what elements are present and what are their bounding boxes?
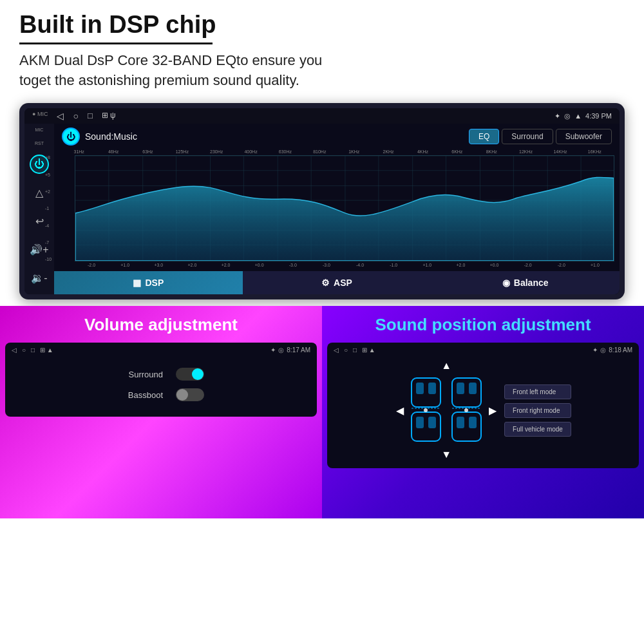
svg-rect-36 [457, 417, 464, 428]
vol-back-icon[interactable]: ◁ [12, 346, 17, 354]
svg-rect-31 [452, 378, 481, 407]
title-underline [19, 43, 213, 44]
dsp-power-btn[interactable]: ⏻ [62, 128, 80, 146]
bottom-panels: Volume adjustment ◁ ○ □ ⊞ ▲ ✦ ◎ 8:17 AM … [0, 306, 644, 518]
vol-bluetooth: ✦ [270, 346, 276, 354]
eq-db-labels: +8 +5 +2 -1 -4 -7 -10 [45, 155, 52, 261]
sound-position-content: ▲ ▼ ◀ ▶ [330, 355, 636, 466]
freq-16khz: 16KHz [578, 149, 612, 154]
snd-home-icon[interactable]: ○ [344, 346, 348, 354]
snd-back-icon[interactable]: ◁ [334, 346, 339, 354]
car-left-icon [408, 375, 444, 446]
volume-controls: Surround Bassboot [8, 355, 314, 414]
freq-400hz: 400Hz [234, 149, 268, 154]
sound-mini-status: ◁ ○ □ ⊞ ▲ ✦ ◎ 8:18 AM [330, 345, 636, 355]
freq-14khz: 14KHz [543, 149, 577, 154]
device-screen: ● MIC ◁ ○ □ ⊞ ψ ✦ ◎ ▲ 4:39 PM MIC RST ⏻ … [24, 108, 620, 294]
volume-panel-title: Volume adjustment [0, 306, 322, 340]
asp-button[interactable]: ⚙ ASP [243, 271, 431, 294]
snd-square-icon[interactable]: □ [353, 346, 357, 354]
dsp-bottom-buttons: ▦ DSP ⚙ ASP ◉ Balance [54, 271, 620, 294]
snd-location: ◎ [600, 346, 606, 354]
status-time: 4:39 PM [585, 112, 612, 120]
snd-bluetooth: ✦ [592, 346, 598, 354]
status-bar: ● MIC ◁ ○ □ ⊞ ψ ✦ ◎ ▲ 4:39 PM [24, 108, 620, 124]
location-icon: ◎ [564, 112, 571, 120]
snd-extra-icon: ⊞ ▲ [362, 346, 375, 354]
nav-back[interactable]: ◁ [57, 111, 64, 121]
asp-icon: ⚙ [321, 278, 330, 288]
volume-down-icon[interactable]: 🔉- [30, 268, 49, 287]
svg-rect-37 [469, 417, 477, 428]
svg-rect-27 [412, 412, 440, 441]
freq-6khz: 6KHz [440, 149, 474, 154]
freq-31hz: 31Hz [62, 149, 96, 154]
surround-toggle-row: Surround [18, 368, 304, 381]
front-left-mode-button[interactable]: Front left mode [504, 384, 571, 399]
surround-toggle[interactable] [176, 368, 204, 381]
tab-eq[interactable]: EQ [469, 129, 499, 144]
snd-time: 8:18 AM [609, 346, 632, 354]
svg-rect-24 [416, 383, 424, 394]
balance-button[interactable]: ◉ Balance [431, 271, 620, 294]
cars-container [408, 375, 484, 446]
vol-home-icon[interactable]: ○ [22, 346, 26, 354]
status-left: ● MIC ◁ ○ □ ⊞ ψ [32, 111, 116, 121]
balance-label: Balance [514, 278, 549, 288]
bassboot-toggle-row: Bassboot [18, 388, 304, 401]
mic-label: ● MIC [32, 111, 48, 121]
sound-mini-device: ◁ ○ □ ⊞ ▲ ✦ ◎ 8:18 AM ▲ ▼ ◀ ▶ [327, 343, 639, 468]
nav-extra[interactable]: ⊞ ψ [102, 111, 116, 121]
bassboot-label: Bassboot [118, 390, 163, 400]
nav-square[interactable]: □ [88, 111, 93, 121]
svg-rect-23 [412, 378, 440, 407]
eq-freq-labels: 31Hz 46Hz 63Hz 125Hz 230Hz 400Hz 630Hz 8… [59, 149, 614, 154]
front-right-mode-button[interactable]: Front right mode [504, 403, 571, 418]
dsp-content: ⏻ Sound:Music EQ Surround Subwoofer 31Hz… [54, 124, 620, 294]
sound-label: ⏻ Sound:Music [62, 128, 137, 146]
dsp-label: DSP [145, 278, 164, 288]
mic-sidebar-label: MIC [35, 128, 44, 132]
full-vehicle-mode-button[interactable]: Full vehicle mode [504, 422, 571, 437]
svg-rect-28 [416, 417, 424, 428]
car-right-icon [449, 375, 484, 446]
volume-mini-status: ◁ ○ □ ⊞ ▲ ✦ ◎ 8:17 AM [8, 345, 314, 355]
arrow-left-icon[interactable]: ◀ [396, 404, 404, 417]
sound-mode-label: Sound:Music [85, 131, 137, 142]
balance-icon: ◉ [502, 278, 510, 288]
bassboot-toggle[interactable] [176, 388, 204, 401]
vol-square-icon[interactable]: □ [31, 346, 35, 354]
freq-125hz: 125Hz [165, 149, 199, 154]
sound-panel-title: Sound position adjustment [322, 306, 644, 340]
arrow-right-icon[interactable]: ▶ [489, 404, 497, 417]
freq-46hz: 46Hz [96, 149, 130, 154]
dsp-tabs: EQ Surround Subwoofer [469, 129, 612, 144]
arrow-up-icon[interactable]: ▲ [441, 360, 451, 372]
screen-body: MIC RST ⏻ △ ↩ 🔊+ 🔉- ⏻ Sound:Music EQ [24, 124, 620, 294]
sound-panel: Sound position adjustment ◁ ○ □ ⊞ ▲ ✦ ◎ … [322, 306, 644, 518]
snd-status-right: ✦ ◎ 8:18 AM [592, 346, 632, 354]
subtitle-line1: AKM Dual DsP Core 32-BAND EQto ensure yo… [19, 52, 322, 68]
freq-12khz: 12KHz [509, 149, 543, 154]
rst-sidebar-label: RST [35, 141, 44, 146]
freq-8khz: 8KHz [475, 149, 509, 154]
tab-subwoofer[interactable]: Subwoofer [556, 129, 612, 144]
surround-knob [192, 368, 204, 380]
vol-extra-icon: ⊞ ▲ [40, 346, 53, 354]
dsp-button[interactable]: ▦ DSP [54, 271, 243, 294]
main-title: Built in DSP chip [19, 12, 625, 39]
eq-chart-area: +8 +5 +2 -1 -4 -7 -10 [59, 155, 614, 261]
subtitle: AKM Dual DsP Core 32-BAND EQto ensure yo… [19, 51, 625, 91]
svg-rect-29 [428, 417, 436, 428]
tab-surround[interactable]: Surround [502, 129, 553, 144]
vol-nav-icons: ◁ ○ □ ⊞ ▲ [12, 346, 53, 354]
nav-home[interactable]: ○ [73, 111, 78, 121]
svg-point-30 [424, 408, 428, 412]
surround-label: Surround [118, 370, 163, 379]
vol-location: ◎ [278, 346, 284, 354]
freq-1khz: 1KHz [337, 149, 371, 154]
bluetooth-icon: ✦ [554, 112, 560, 120]
svg-rect-33 [469, 383, 477, 394]
arrow-down-icon[interactable]: ▼ [441, 449, 451, 460]
mode-buttons: Front left mode Front right mode Full ve… [504, 384, 571, 437]
